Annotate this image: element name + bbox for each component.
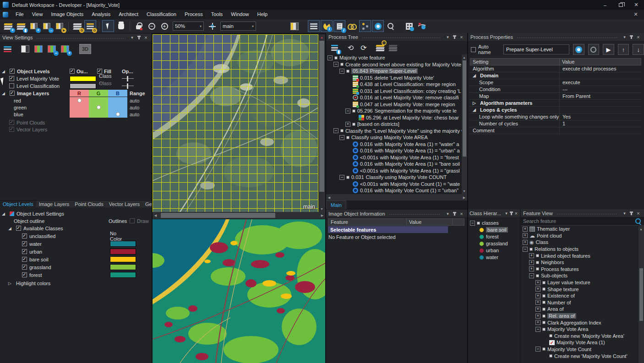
class-color-swatch[interactable] bbox=[110, 241, 136, 247]
open-project-button[interactable]: ▸ bbox=[54, 20, 65, 32]
append-process-button[interactable]: ▮ bbox=[328, 42, 340, 54]
list-view-button[interactable]: o bbox=[84, 20, 96, 32]
panel-menu-icon[interactable]: ▾ bbox=[621, 210, 628, 217]
process-tree-row[interactable]: −Classify the "Level Majority Vote" usin… bbox=[326, 128, 462, 135]
panel-menu-icon[interactable]: ▾ bbox=[621, 33, 628, 40]
class-hierarchy-item[interactable]: grassland bbox=[468, 240, 520, 247]
expand-triangle-icon[interactable]: ▷ bbox=[473, 101, 478, 105]
property-row[interactable]: ◢Loops & cycles bbox=[470, 107, 641, 114]
expand-triangle-icon[interactable]: ◢ bbox=[2, 211, 7, 216]
import-scene-button[interactable]: → bbox=[41, 20, 53, 32]
process-tree-row[interactable]: <0.001swith Majority Vote Area (1) = "fo… bbox=[326, 154, 462, 161]
menu-file[interactable]: File bbox=[11, 10, 28, 19]
tab-image-layers[interactable]: Image Layers bbox=[36, 200, 72, 208]
process-tree-row[interactable]: −Create second level above existing for … bbox=[326, 61, 462, 68]
expander-icon[interactable]: + bbox=[523, 227, 528, 232]
value-column-header[interactable]: Value bbox=[560, 58, 641, 65]
selectable-features-row[interactable]: Selectable features bbox=[328, 226, 448, 233]
run-config-button[interactable] bbox=[588, 44, 600, 55]
menu-classification[interactable]: Classification bbox=[142, 10, 180, 19]
expander-icon[interactable]: + bbox=[535, 293, 540, 298]
search-icon[interactable] bbox=[635, 218, 641, 224]
expand-triangle-icon[interactable]: ◢ bbox=[2, 91, 7, 96]
tab-main[interactable]: Main bbox=[326, 200, 346, 209]
panel-menu-icon[interactable]: ▾ bbox=[129, 34, 136, 41]
feature-view-row[interactable]: +Layer value texture bbox=[521, 279, 644, 286]
move-down-button[interactable]: ↓ bbox=[633, 44, 644, 55]
menu-architect[interactable]: Architect bbox=[115, 10, 142, 19]
expander-icon[interactable]: − bbox=[345, 108, 350, 114]
class-hierarchy-item[interactable]: urban bbox=[468, 247, 520, 254]
restore-button[interactable] bbox=[613, 0, 628, 10]
process-tree-row[interactable]: <0.001swith Majority Vote Area (1) = "gr… bbox=[326, 168, 462, 174]
minimize-button[interactable]: – bbox=[597, 0, 613, 10]
setting-column-header[interactable]: Setting bbox=[470, 58, 560, 65]
range-value[interactable]: auto bbox=[130, 97, 139, 104]
pin-icon[interactable] bbox=[628, 210, 635, 217]
pin-icon[interactable] bbox=[509, 210, 514, 217]
document-close-icon[interactable]: ✕ bbox=[631, 10, 640, 19]
class-visibility-row[interactable]: water bbox=[22, 240, 42, 247]
expander-icon[interactable]: − bbox=[339, 135, 344, 140]
tab-vector-layers[interactable]: Vector Layers bbox=[106, 200, 142, 208]
rgb-assignment-cell[interactable] bbox=[108, 111, 127, 118]
property-value[interactable]: 1 bbox=[560, 121, 641, 126]
viewport-vertical-scrollbar[interactable]: ▲ ▼ bbox=[318, 34, 325, 212]
new-workspace-button[interactable]: + bbox=[2, 20, 14, 32]
rgb-layer-view-button[interactable] bbox=[33, 43, 44, 54]
viewport-horizontal-scrollbar[interactable]: ◀ ▶ bbox=[153, 212, 325, 219]
expander-icon[interactable]: − bbox=[339, 175, 344, 180]
single-layer-view-button[interactable] bbox=[20, 43, 31, 54]
class-visibility-row[interactable]: urban bbox=[22, 248, 42, 255]
class-color-swatch[interactable] bbox=[110, 256, 136, 262]
expander-icon[interactable]: − bbox=[529, 273, 534, 278]
process-tree-row[interactable]: −Majority vote feature bbox=[326, 54, 462, 61]
process-tree-row[interactable]: 0.016with Majority Vote Area (1) = "urba… bbox=[326, 147, 462, 154]
rgb-assignment-cell[interactable] bbox=[108, 97, 127, 104]
class-color-swatch[interactable] bbox=[110, 249, 136, 255]
feature-view-row[interactable]: ✓Majority Vote Area (1) bbox=[521, 339, 644, 346]
redo-button[interactable]: ⟳ bbox=[358, 42, 370, 54]
move-up-button[interactable]: ↑ bbox=[618, 44, 629, 55]
process-tree-row[interactable]: −Classify using Majority Vote AREA bbox=[326, 134, 462, 141]
expander-icon[interactable]: − bbox=[523, 247, 528, 252]
feature-view-row[interactable]: +◉Class bbox=[521, 239, 644, 246]
expander-icon[interactable]: + bbox=[535, 287, 540, 292]
process-tree-row[interactable]: 0.015delete 'Level Majority Vote' bbox=[326, 75, 462, 81]
collapsed-triangle-icon[interactable]: ▷ bbox=[8, 281, 14, 286]
process-tree-row[interactable]: 0.438at Level Classification: merge regi… bbox=[326, 81, 462, 88]
expand-triangle-icon[interactable]: ◢ bbox=[473, 73, 478, 78]
feature-view-row[interactable]: −Majority Vote Count bbox=[521, 346, 644, 353]
pin-icon[interactable] bbox=[628, 33, 635, 40]
object-information-button[interactable]: i bbox=[333, 20, 345, 32]
process-tree-row[interactable]: −05.296Segmentation for the majority vot… bbox=[326, 108, 462, 114]
class-hierarchy-item[interactable]: forest bbox=[468, 233, 520, 240]
level-row[interactable]: Level ClassificationClass ... bbox=[9, 82, 60, 89]
process-tree-row[interactable]: <0.001swith Majority Vote Count (1) = "w… bbox=[326, 181, 462, 188]
expander-icon[interactable]: + bbox=[535, 320, 540, 325]
range-value[interactable]: auto bbox=[130, 111, 139, 118]
class-visibility-checkbox[interactable] bbox=[22, 249, 27, 254]
menu-view[interactable]: View bbox=[28, 10, 47, 19]
menu-tools[interactable]: Tools bbox=[207, 10, 227, 19]
panel-menu-icon[interactable]: ▾ bbox=[444, 33, 451, 40]
process-tree-row[interactable]: 0.016at Level Majority Vote: remove clas… bbox=[326, 94, 462, 101]
rgb-assignment-cell[interactable] bbox=[108, 104, 127, 111]
class-color-swatch[interactable] bbox=[110, 272, 136, 278]
edit-algorithm-button[interactable] bbox=[573, 44, 584, 55]
feature-view-row[interactable]: Create new 'Majority Vote Count' bbox=[521, 352, 644, 359]
previous-layer-button[interactable]: − bbox=[46, 43, 57, 54]
opacity-slider[interactable] bbox=[122, 83, 134, 89]
pin-icon[interactable] bbox=[136, 34, 142, 41]
zoom-level-select[interactable]: 50%▾ bbox=[173, 22, 204, 31]
property-value[interactable]: From Parent bbox=[560, 93, 641, 99]
expander-icon[interactable]: + bbox=[529, 253, 534, 258]
expander-icon[interactable]: − bbox=[339, 69, 344, 74]
feature-view-row[interactable]: −Sub-objects bbox=[521, 272, 644, 279]
feature-view-row[interactable]: −Relations to objects bbox=[521, 246, 644, 253]
process-settings-button[interactable] bbox=[372, 20, 384, 32]
class-visibility-checkbox[interactable] bbox=[22, 272, 27, 277]
class-visibility-checkbox[interactable] bbox=[22, 257, 27, 262]
feature-view-row[interactable]: +Thematic layer bbox=[521, 226, 644, 233]
property-row[interactable]: Loop while something changes onlyYes bbox=[470, 114, 641, 120]
